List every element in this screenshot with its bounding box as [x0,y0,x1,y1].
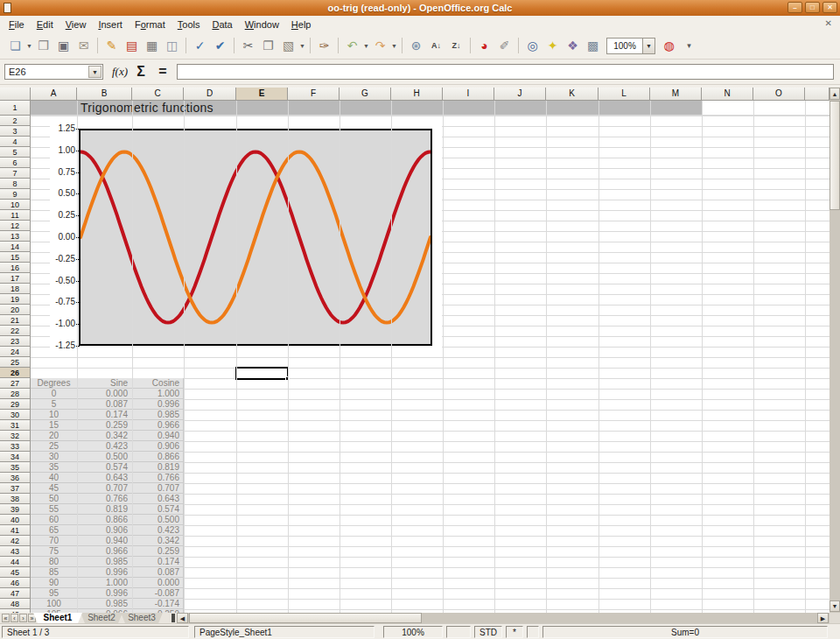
row-header-47[interactable]: 47 [0,588,31,599]
row-header-44[interactable]: 44 [0,557,31,567]
menubar-close-icon[interactable]: ✕ [822,18,835,29]
sort-ascending-icon[interactable]: A↓ [426,36,446,56]
function-wizard-button[interactable]: f(x) [111,63,129,81]
tab-sheet3[interactable]: Sheet3 [121,613,163,623]
paste-dropdown-icon[interactable]: ▼ [298,36,306,56]
selection-mode[interactable]: STD [474,626,502,638]
chart-object[interactable]: 1.251.000.750.500.250.00-0.25-0.50-0.75-… [50,123,442,353]
maximize-button[interactable]: □ [805,2,820,13]
column-header-O[interactable]: O [753,88,805,101]
undo-icon[interactable]: ↶ [342,36,362,56]
row-header-32[interactable]: 32 [0,431,31,441]
menu-window[interactable]: Window [239,18,285,32]
spellcheck-icon[interactable]: ✓ [190,36,210,56]
menu-format[interactable]: Format [129,18,172,32]
row-header-20[interactable]: 20 [0,305,31,315]
row-header-12[interactable]: 12 [0,221,31,231]
horizontal-scrollbar[interactable]: ◀ ▶ [177,613,830,623]
row-header-30[interactable]: 30 [0,410,31,420]
first-sheet-icon[interactable]: « [2,614,10,622]
minimize-button[interactable]: – [788,2,802,13]
row-header-27[interactable]: 27 [0,378,31,389]
insert-mode[interactable] [446,626,471,638]
sort-descending-icon[interactable]: Z↓ [446,36,466,56]
row-header-8[interactable]: 8 [0,179,31,189]
row-header-7[interactable]: 7 [0,168,31,179]
zoom-select[interactable]: 100%▼ [606,38,655,54]
row-header-37[interactable]: 37 [0,483,31,494]
show-draw-functions-icon[interactable]: ✐ [494,36,514,56]
column-header-H[interactable]: H [391,88,443,101]
menu-data[interactable]: Data [206,18,238,32]
scroll-up-icon[interactable]: ▲ [830,88,840,100]
format-paintbrush-icon[interactable]: ✑ [314,36,334,56]
scroll-down-icon[interactable]: ▼ [830,600,840,612]
row-header-14[interactable]: 14 [0,242,31,252]
auto-spellcheck-icon[interactable]: ✔ [210,36,230,56]
horizontal-split-handle[interactable] [172,614,175,622]
zoom-dropdown-icon[interactable]: ▼ [642,39,654,53]
scroll-right-icon[interactable]: ▶ [817,613,829,623]
row-header-25[interactable]: 25 [0,357,31,368]
help-icon[interactable]: ◍ [659,36,679,56]
row-header-26[interactable]: 26 [0,368,31,378]
cell-cursor[interactable] [235,367,289,380]
column-header-partial[interactable] [805,88,830,101]
row-header-42[interactable]: 42 [0,536,31,546]
row-header-40[interactable]: 40 [0,515,31,525]
column-header-G[interactable]: G [340,88,391,101]
menu-view[interactable]: View [60,18,93,32]
column-header-B[interactable]: B [77,88,132,101]
row-header-4[interactable]: 4 [0,137,31,147]
row-header-19[interactable]: 19 [0,294,31,305]
menu-insert[interactable]: Insert [92,18,129,32]
equals-button[interactable]: = [154,63,172,81]
row-header-11[interactable]: 11 [0,210,31,221]
previous-sheet-icon[interactable]: ‹ [10,614,18,622]
navigator-icon[interactable]: ✦ [542,36,563,56]
row-header-46[interactable]: 46 [0,578,31,588]
row-header-48[interactable]: 48 [0,599,31,609]
column-header-D[interactable]: D [184,88,236,101]
scroll-left-icon[interactable]: ◀ [177,613,188,623]
copy-icon[interactable]: ❐ [258,36,278,56]
row-header-3[interactable]: 3 [0,126,31,137]
formula-input[interactable] [177,64,834,80]
row-header-18[interactable]: 18 [0,284,31,294]
row-header-29[interactable]: 29 [0,399,31,410]
select-all-corner[interactable] [0,88,31,101]
column-header-M[interactable]: M [650,88,702,101]
row-header-5[interactable]: 5 [0,147,31,158]
close-button[interactable]: ✕ [822,2,837,13]
page-style[interactable]: PageStyle_Sheet1 [194,626,374,638]
data-sources-icon[interactable]: ▩ [583,36,603,56]
insert-chart-icon[interactable]: ◕ [474,36,494,56]
row-header-10[interactable]: 10 [0,200,31,210]
find-replace-icon[interactable]: ◎ [522,36,542,56]
row-header-24[interactable]: 24 [0,347,31,357]
paste-icon[interactable]: ▧ [278,36,298,56]
row-header-1[interactable]: 1 [0,101,31,116]
tab-sheet2[interactable]: Sheet2 [80,613,122,623]
row-header-34[interactable]: 34 [0,452,31,462]
grid-area[interactable]: Trigonometric functions DegreesSineCosin… [0,88,830,613]
row-header-22[interactable]: 22 [0,326,31,336]
email-document-icon[interactable]: ✉ [74,36,94,56]
menu-tools[interactable]: Tools [172,18,206,32]
row-header-35[interactable]: 35 [0,462,31,473]
row-header-39[interactable]: 39 [0,504,31,515]
cut-icon[interactable]: ✂ [238,36,258,56]
column-header-I[interactable]: I [443,88,494,101]
row-header-17[interactable]: 17 [0,273,31,284]
sum-indicator[interactable]: Sum=0 [542,626,828,638]
row-header-38[interactable]: 38 [0,494,31,504]
row-header-23[interactable]: 23 [0,336,31,347]
column-header-J[interactable]: J [494,88,546,101]
hyperlink-icon[interactable]: ⊛ [406,36,426,56]
row-header-16[interactable]: 16 [0,263,31,273]
export-pdf-icon[interactable]: ▤ [122,36,142,56]
page-preview-icon[interactable]: ◫ [162,36,182,56]
row-header-13[interactable]: 13 [0,231,31,242]
column-header-K[interactable]: K [546,88,598,101]
print-icon[interactable]: ▦ [142,36,162,56]
